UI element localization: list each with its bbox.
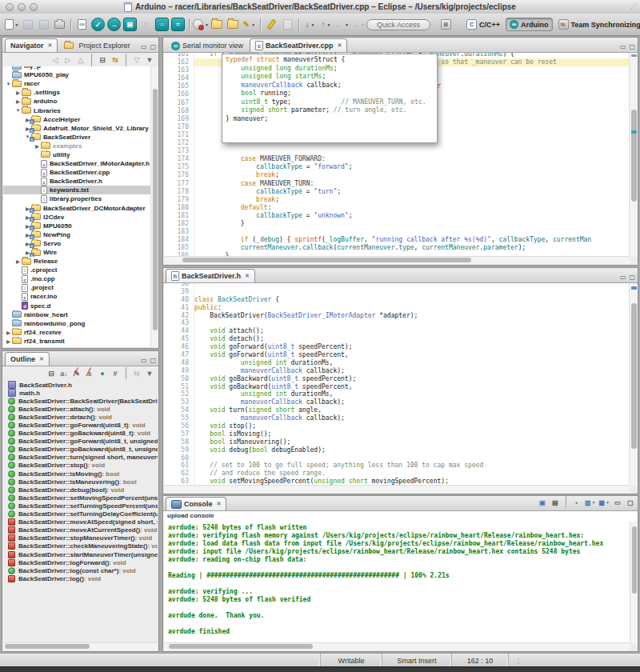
run-external-tools-button[interactable]: ▼ bbox=[193, 17, 209, 32]
back-history-button[interactable]: ←▼ bbox=[334, 17, 350, 32]
code-line[interactable]: 44 void attach(); bbox=[164, 327, 630, 335]
close-tab-icon[interactable]: ✕ bbox=[39, 356, 44, 362]
tree-item-examples[interactable]: ▶examples bbox=[3, 142, 150, 150]
zoom-window-button[interactable] bbox=[30, 3, 38, 11]
display-selected-console-button[interactable]: ▥▼ bbox=[585, 498, 596, 508]
verify-compile-button[interactable]: ✓ bbox=[90, 17, 106, 32]
tree-item-mpu6050-play[interactable]: MPU6050_play bbox=[3, 70, 150, 79]
tree-item-racer[interactable]: ▼racer bbox=[3, 79, 150, 88]
outline-item[interactable]: BackSeatDriver::BackSeatDriver(BackSeatD… bbox=[3, 397, 158, 405]
dropdown-arrow-icon[interactable]: ▼ bbox=[251, 22, 255, 27]
tree-item-backseatdriver[interactable]: ▼BackSeatDriver bbox=[3, 133, 150, 142]
upload-sketch-button[interactable]: → bbox=[106, 17, 122, 32]
outline-item[interactable]: BackSeatDriver::log(const char*) : void bbox=[3, 566, 158, 574]
tree-item-i2cdev[interactable]: ▶I2Cdev bbox=[3, 213, 150, 222]
code-line[interactable]: signed short parameter; // turn angle, e… bbox=[226, 106, 434, 115]
outline-item[interactable]: BackSeatDriver::checkManeuveringState() … bbox=[3, 542, 158, 550]
outline-item[interactable]: BackSeatDriver::setMovingSpeedPercent(un… bbox=[3, 494, 158, 502]
code-line[interactable]: 183 bbox=[164, 228, 630, 236]
outline-item[interactable]: BackSeatDriver::startManeuverTimer(unsig… bbox=[3, 550, 158, 558]
perspective-team-synchronizing[interactable]: ⇆Team Synchronizing bbox=[554, 17, 640, 32]
perspective-arduino[interactable]: ∞Arduino bbox=[506, 18, 553, 31]
tree-item-mpu6050[interactable]: ▶MPU6050 bbox=[3, 222, 150, 230]
filters-button[interactable]: ▽ bbox=[132, 54, 142, 65]
pin-console-button[interactable]: ▪ bbox=[572, 498, 582, 508]
code-line[interactable]: 61 // set to 100 to go full speed; anyth… bbox=[164, 462, 630, 470]
outline-item[interactable]: BackSeatDriver.h bbox=[3, 381, 158, 389]
outline-item[interactable]: BackSeatDriver::goBackward(uint8_t) : vo… bbox=[3, 430, 158, 438]
next-annotation-button[interactable]: ↓▼ bbox=[302, 17, 318, 32]
expand-arrow-icon[interactable]: ▼ bbox=[14, 108, 22, 113]
code-line[interactable]: 50 void goBackward(uint8_t speedPercent)… bbox=[164, 375, 630, 383]
expand-arrow-icon[interactable]: ▶ bbox=[14, 258, 22, 264]
traffic-lights[interactable] bbox=[6, 3, 38, 11]
link-with-editor-button[interactable]: ⇆ bbox=[110, 54, 120, 65]
tab-serial-monitor-view[interactable]: ∞Serial monitor view bbox=[166, 38, 249, 52]
expand-arrow-icon[interactable]: ▼ bbox=[5, 82, 12, 86]
dropdown-arrow-icon[interactable]: ▼ bbox=[592, 500, 596, 505]
overview-ruler[interactable] bbox=[629, 53, 638, 257]
tree-item-settings[interactable]: ▶.settings bbox=[3, 88, 150, 97]
open-file-button[interactable] bbox=[210, 17, 225, 32]
tree-item-backseatdriver-h[interactable]: BackSeatDriver.h bbox=[3, 177, 150, 186]
tree-item-newping[interactable]: ▶NewPing bbox=[3, 230, 150, 239]
code-line[interactable]: uint8_t type; // MANEUVER_TURN, etc. bbox=[226, 98, 434, 107]
maximize-icon[interactable]: ▢ bbox=[629, 274, 635, 281]
tree-item-arduino[interactable]: ▶arduino bbox=[3, 97, 150, 106]
tab-backseatdriver-h[interactable]: hBackSeatDriver.h✕ bbox=[166, 269, 255, 282]
dropdown-arrow-icon[interactable]: ▼ bbox=[15, 22, 19, 27]
code-line[interactable]: 60 bbox=[164, 454, 630, 462]
code-line[interactable]: 40class BackSeatDriver { bbox=[164, 296, 630, 304]
code-line[interactable]: 174 case MANEUVER_FORWARD: bbox=[164, 155, 630, 163]
paintbrush-button[interactable]: ✎▼ bbox=[242, 17, 257, 32]
code-line[interactable]: 53 maneuverCallback callback); bbox=[164, 398, 630, 406]
collapse-all-button[interactable]: ⊟ bbox=[46, 368, 56, 378]
code-line[interactable]: 62 // and reduce the speed range. bbox=[164, 470, 630, 478]
outline-item[interactable]: BackSeatDriver::logForward() : void bbox=[3, 558, 158, 566]
hide-non-public-members-button[interactable]: ● bbox=[98, 368, 107, 378]
dropdown-arrow-icon[interactable]: ▼ bbox=[310, 22, 314, 27]
code-line[interactable]: 181 callbackType = "unknown"; bbox=[164, 212, 630, 220]
code-line[interactable]: } maneuver; bbox=[226, 115, 434, 124]
forward-button[interactable]: ▷ bbox=[63, 54, 73, 65]
tree-item-ino-cpp[interactable]: .ino.cpp bbox=[3, 274, 150, 283]
code-line[interactable]: 41public: bbox=[164, 304, 630, 312]
dropdown-arrow-icon[interactable]: ▼ bbox=[361, 22, 365, 27]
outline-item[interactable]: BackSeatDriver::isMoving() : bool bbox=[3, 470, 158, 478]
new-sketch-button[interactable]: ▤ bbox=[122, 17, 138, 32]
maximize-icon[interactable]: ▢ bbox=[150, 43, 156, 50]
outline-item[interactable]: math.h bbox=[3, 389, 158, 397]
tree-item-backseatdriver-imotoradapter-h[interactable]: BackSeatDriver_IMotorAdapter.h bbox=[3, 159, 150, 168]
tab-console[interactable]: Console✕ bbox=[166, 497, 226, 510]
outline-item[interactable]: BackSeatDriver::stop() : void bbox=[3, 462, 158, 470]
code-line[interactable]: typedef struct maneuverStruct { bbox=[226, 56, 434, 65]
code-line[interactable]: 175 callbackType = "forward"; bbox=[164, 163, 630, 171]
tree-item-racer-ino[interactable]: racer.ino bbox=[3, 292, 150, 301]
binary-file-button[interactable] bbox=[74, 17, 90, 32]
up-button[interactable]: △ bbox=[76, 54, 86, 65]
console-scrollbar[interactable] bbox=[630, 522, 638, 643]
view-menu-button[interactable]: ▼ bbox=[145, 54, 154, 65]
forward-history-button[interactable]: →▼ bbox=[350, 17, 366, 32]
hide-fields-button[interactable]: ✎ bbox=[72, 368, 82, 378]
dropdown-arrow-icon[interactable]: ▼ bbox=[345, 22, 349, 27]
save-all-button[interactable] bbox=[36, 17, 51, 32]
code-line[interactable]: 46 void goForward(uint8_t speedPercent); bbox=[164, 343, 630, 351]
tree-item-accelhelper[interactable]: ▶AccelHelper bbox=[3, 115, 150, 124]
code-line[interactable]: 55 maneuverCallback callback); bbox=[164, 414, 630, 422]
maximize-button[interactable]: ▢ bbox=[626, 498, 635, 508]
insert-mode-status[interactable]: Smart Insert bbox=[382, 654, 451, 667]
code-line[interactable]: 178 callbackType = "turn"; bbox=[164, 188, 630, 196]
code-line[interactable]: 182 } bbox=[164, 220, 630, 228]
hide-static-members-button[interactable]: s bbox=[85, 368, 94, 378]
code-line[interactable]: 45 void detach(); bbox=[164, 335, 630, 343]
outline-hscrollbar[interactable] bbox=[3, 642, 158, 650]
tree-item-release[interactable]: ▶Release bbox=[3, 257, 150, 266]
editor-hscrollbar[interactable] bbox=[164, 485, 630, 493]
expand-arrow-icon[interactable]: ▶ bbox=[5, 330, 12, 335]
code-line[interactable]: 51 void goBackward(uint8_t speedPercent, bbox=[164, 383, 630, 391]
back-button[interactable]: ◁ bbox=[50, 54, 60, 65]
view-menu-button[interactable]: ▼ bbox=[145, 368, 154, 378]
link-with-editor-button[interactable]: ⇆ bbox=[132, 368, 142, 378]
close-window-button[interactable] bbox=[6, 3, 14, 11]
